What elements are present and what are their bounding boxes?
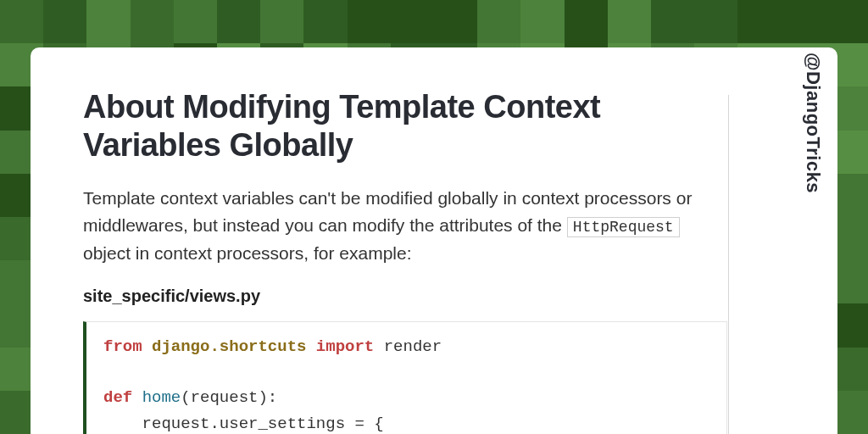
intro-paragraph: Template context variables can't be modi… [83, 185, 727, 268]
author-handle: @DjangoTricks [802, 53, 824, 193]
code-block: from django.shortcuts import render def … [83, 321, 727, 434]
code-line-4: request.user_settings = { [103, 415, 384, 433]
side-separator [728, 95, 729, 434]
import-target: render [374, 337, 442, 356]
article-card: About Modifying Template Context Variabl… [31, 47, 837, 434]
para-text-2: object in context processors, for exampl… [83, 243, 412, 263]
keyword-from: from [103, 337, 142, 356]
keyword-def: def [103, 388, 132, 407]
code-filename: site_specific/views.py [83, 287, 727, 306]
keyword-import: import [316, 337, 374, 356]
inline-code: HttpRequest [567, 217, 680, 237]
function-name: home [142, 388, 181, 407]
module-name: django.shortcuts [152, 337, 306, 356]
function-params: (request): [181, 388, 277, 407]
page-title: About Modifying Template Context Variabl… [83, 88, 727, 164]
